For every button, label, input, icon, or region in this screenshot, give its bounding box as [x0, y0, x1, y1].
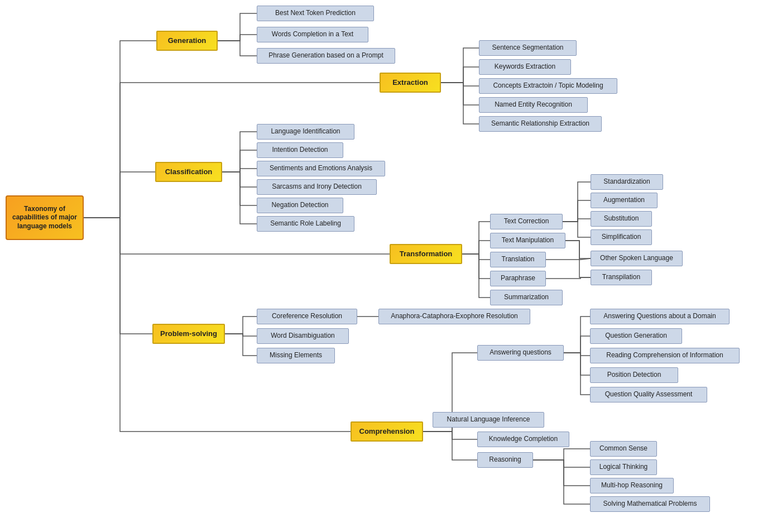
word-disambig-node: Word Disambiguation — [257, 328, 349, 344]
other-spoken-node: Other Spoken Language — [591, 251, 683, 266]
comprehension-node: Comprehension — [351, 421, 423, 442]
knowledge-comp-node: Knowledge Completion — [477, 432, 569, 447]
extraction-node: Extraction — [380, 73, 441, 93]
cls3-node: Sentiments and Emotions Analysis — [257, 161, 385, 176]
question-qual-node: Question Quality Assessment — [590, 387, 707, 402]
logical-think-node: Logical Thinking — [590, 459, 657, 475]
augmentation-node: Augmentation — [591, 193, 658, 208]
root-node: Taxonomy of capabilities of major langua… — [6, 195, 84, 240]
transformation-node: Transformation — [390, 244, 462, 264]
ext4-node: Named Entity Recognition — [479, 97, 588, 113]
gen2-node: Words Completion in a Text — [257, 27, 368, 42]
position-det-node: Position Detection — [590, 367, 678, 383]
solving-math-node: Solving Mathematical Problems — [590, 496, 710, 512]
text-manipulation-node: Text Manipulation — [490, 233, 565, 248]
classification-node: Classification — [155, 162, 222, 182]
paraphrase-node: Paraphrase — [490, 271, 546, 286]
cls5-node: Negation Detection — [257, 198, 343, 213]
ext2-node: Keywords Extraction — [479, 59, 571, 75]
question-gen-node: Question Generation — [590, 328, 682, 344]
translation-node: Translation — [490, 252, 546, 267]
gen1-node: Best Next Token Prediction — [257, 6, 374, 21]
common-sense-node: Common Sense — [590, 441, 657, 457]
nli-node: Natural Language Inference — [433, 412, 544, 428]
reasoning-node: Reasoning — [477, 452, 533, 468]
text-correction-node: Text Correction — [490, 214, 563, 229]
cls4-node: Sarcasms and Irony Detection — [257, 179, 377, 195]
multihop-node: Multi-hop Reasoning — [590, 478, 674, 493]
ext3-node: Concepts Extractoin / Topic Modeling — [479, 78, 617, 94]
problem-solving-node: Problem-solving — [152, 324, 225, 344]
ext5-node: Semantic Relationship Extraction — [479, 116, 602, 132]
generation-node: Generation — [156, 31, 218, 51]
cls6-node: Semantic Role Labeling — [257, 216, 354, 232]
ext1-node: Sentence Segmentation — [479, 40, 577, 56]
standardization-node: Standardization — [591, 174, 663, 190]
cls1-node: Language Identification — [257, 124, 354, 140]
summarization-node: Summarization — [490, 290, 563, 305]
simplification-node: Simplification — [591, 229, 652, 245]
cls2-node: Intention Detection — [257, 142, 343, 158]
missing-elem-node: Missing Elements — [257, 348, 335, 363]
coreference-node: Coreference Resolution — [257, 309, 357, 324]
reading-comp-node: Reading Comprehension of Information — [590, 348, 740, 363]
gen3-node: Phrase Generation based on a Prompt — [257, 48, 395, 64]
answering-domain-node: Answering Questions about a Domain — [590, 309, 730, 324]
canvas: Taxonomy of capabilities of major langua… — [0, 0, 758, 532]
substitution-node: Substitution — [591, 211, 652, 227]
anaphora-node: Anaphora-Cataphora-Exophore Resolution — [378, 309, 530, 324]
transpilation-node: Transpilation — [591, 270, 652, 285]
answering-q-node: Answering questions — [477, 345, 564, 361]
